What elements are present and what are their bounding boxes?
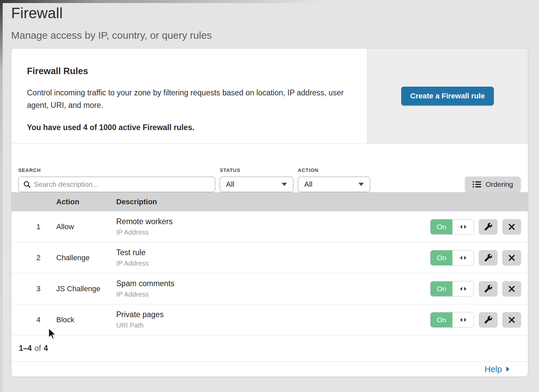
action-label: ACTION [298, 167, 370, 173]
rule-action: Challenge [56, 253, 116, 262]
toggle-on-label: On [431, 281, 452, 296]
rule-controls: On [427, 219, 528, 235]
search-icon [23, 181, 31, 188]
rule-priority: 1 [11, 222, 56, 231]
card-heading: Firewall Rules [27, 66, 351, 77]
rule-priority: 3 [11, 284, 56, 293]
toggle-on-label: On [431, 312, 452, 327]
rule-description: Spam comments [116, 279, 427, 288]
toggle-handle [452, 250, 474, 265]
page-header: Firewall Manage access by IP, country, o… [0, 0, 539, 41]
rule-action: JS Challenge [56, 284, 116, 293]
table-row: 3 JS Challenge Spam comments IP Address … [11, 273, 528, 304]
delete-rule-button[interactable] [502, 281, 521, 297]
toggle-on-label: On [431, 250, 452, 265]
arrow-right-icon [506, 366, 510, 372]
wrench-icon [484, 222, 493, 231]
delete-rule-button[interactable] [502, 312, 521, 328]
rule-action: Block [56, 315, 116, 324]
edit-rule-button[interactable] [479, 250, 498, 266]
chevron-down-icon [358, 183, 364, 186]
wrench-icon [484, 284, 493, 293]
page-title: Firewall [11, 5, 528, 22]
rule-field-type: IP Address [116, 229, 427, 236]
help-link-label: Help [485, 364, 502, 374]
search-input-wrap [18, 177, 215, 192]
column-header-action: Action [56, 198, 116, 206]
rule-enabled-toggle[interactable]: On [430, 312, 474, 328]
action-selected-value: All [304, 180, 312, 189]
ordered-list-icon [473, 181, 481, 188]
rule-description-cell: Remote workers IP Address [116, 217, 427, 236]
left-right-arrows-icon [459, 318, 467, 322]
rule-description-cell: Test rule IP Address [116, 248, 427, 267]
action-select[interactable]: All [298, 177, 370, 192]
card-description: Control incoming traffic to your zone by… [27, 87, 350, 112]
create-firewall-rule-button[interactable]: Create a Firewall rule [401, 87, 494, 105]
close-icon [508, 254, 515, 262]
left-right-arrows-icon [459, 255, 467, 260]
action-filter-group: ACTION All [298, 167, 370, 192]
rule-field-type: IP Address [116, 260, 427, 267]
search-input[interactable] [18, 177, 215, 192]
rule-description-cell: Spam comments IP Address [116, 279, 427, 298]
window-edge-left [0, 0, 3, 392]
close-icon [508, 223, 515, 231]
card-usage-text: You have used 4 of 1000 active Firewall … [27, 123, 351, 132]
pagination: 1–4 of 4 [11, 335, 528, 362]
search-filter-group: SEARCH [18, 167, 215, 192]
pagination-range: 1–4 [19, 344, 32, 353]
toggle-handle [452, 219, 474, 234]
card-top-right: Create a Firewall rule [367, 49, 528, 143]
edit-rule-button[interactable] [479, 312, 498, 328]
rule-field-type: URI Path [116, 322, 427, 329]
rule-enabled-toggle[interactable]: On [430, 250, 474, 266]
table-row: 4 Block Private pages URI Path On [11, 304, 528, 335]
left-right-arrows-icon [459, 224, 467, 229]
rule-controls: On [427, 281, 528, 297]
rule-field-type: IP Address [116, 291, 427, 298]
close-icon [508, 285, 515, 293]
card-top-left: Firewall Rules Control incoming traffic … [11, 49, 367, 143]
rule-enabled-toggle[interactable]: On [430, 219, 474, 235]
close-icon [508, 316, 515, 324]
toggle-handle [452, 281, 474, 296]
status-filter-group: STATUS All [220, 167, 293, 192]
column-header-description: Description [116, 198, 427, 206]
wrench-icon [484, 315, 493, 324]
page-subtitle: Manage access by IP, country, or query r… [11, 30, 528, 41]
delete-rule-button[interactable] [502, 219, 521, 235]
status-select[interactable]: All [220, 177, 293, 192]
status-label: STATUS [220, 167, 293, 173]
rule-controls: On [427, 250, 528, 266]
edit-rule-button[interactable] [479, 219, 498, 235]
rule-enabled-toggle[interactable]: On [430, 281, 474, 297]
left-right-arrows-icon [459, 287, 467, 291]
rule-action: Allow [56, 222, 116, 231]
pagination-total: 4 [44, 344, 48, 353]
rule-description: Remote workers [116, 217, 427, 226]
rule-description-cell: Private pages URI Path [116, 310, 427, 329]
rule-description: Private pages [116, 310, 427, 319]
toggle-handle [452, 312, 474, 327]
ordering-button[interactable]: Ordering [465, 177, 521, 192]
status-selected-value: All [226, 180, 234, 189]
pagination-of: of [34, 344, 41, 353]
table-header: Action Description [11, 192, 528, 211]
chevron-down-icon [282, 183, 287, 186]
window-edge-top [0, 0, 539, 3]
search-label: SEARCH [18, 167, 215, 173]
wrench-icon [484, 253, 493, 262]
ordering-button-label: Ordering [485, 180, 513, 188]
table-row: 2 Challenge Test rule IP Address On [11, 242, 528, 273]
help-link[interactable]: Help [485, 364, 510, 374]
card-footer: Help [11, 362, 528, 376]
rule-description: Test rule [116, 248, 427, 257]
filters-bar: SEARCH STATUS All ACTION All [11, 144, 528, 192]
edit-rule-button[interactable] [479, 281, 498, 297]
delete-rule-button[interactable] [502, 250, 521, 266]
firewall-rules-card: Firewall Rules Control incoming traffic … [11, 48, 528, 377]
rule-controls: On [427, 312, 528, 328]
table-row: 1 Allow Remote workers IP Address On [11, 211, 528, 242]
rule-priority: 4 [11, 315, 56, 324]
